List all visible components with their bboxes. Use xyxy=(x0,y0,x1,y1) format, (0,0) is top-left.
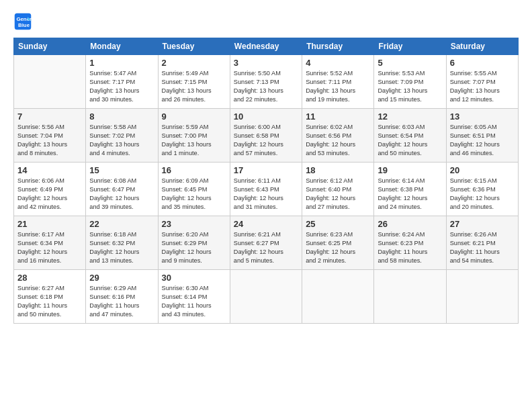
day-number: 8 xyxy=(89,111,154,122)
day-number: 15 xyxy=(89,165,154,175)
calendar-cell: 18Sunrise: 6:12 AMSunset: 6:40 PMDayligh… xyxy=(302,163,374,216)
calendar-day-header: Monday xyxy=(86,38,158,55)
day-info: Sunrise: 6:17 AMSunset: 6:34 PMDaylight:… xyxy=(17,230,82,265)
calendar-day-header: Sunday xyxy=(14,38,86,55)
calendar-cell: 1Sunrise: 5:47 AMSunset: 7:17 PMDaylight… xyxy=(86,55,158,109)
calendar-week-row: 14Sunrise: 6:06 AMSunset: 6:49 PMDayligh… xyxy=(14,163,519,216)
calendar-day-header: Tuesday xyxy=(158,38,230,55)
day-info: Sunrise: 5:52 AMSunset: 7:11 PMDaylight:… xyxy=(306,69,370,104)
calendar-cell: 13Sunrise: 6:05 AMSunset: 6:51 PMDayligh… xyxy=(446,109,518,163)
day-info: Sunrise: 6:11 AMSunset: 6:43 PMDaylight:… xyxy=(234,177,298,212)
day-number: 9 xyxy=(162,111,226,122)
day-info: Sunrise: 5:55 AMSunset: 7:07 PMDaylight:… xyxy=(450,69,515,104)
calendar-cell: 25Sunrise: 6:23 AMSunset: 6:25 PMDayligh… xyxy=(302,216,374,270)
calendar-cell: 6Sunrise: 5:55 AMSunset: 7:07 PMDaylight… xyxy=(446,55,518,109)
calendar-cell: 28Sunrise: 6:27 AMSunset: 6:18 PMDayligh… xyxy=(14,270,86,324)
day-info: Sunrise: 6:29 AMSunset: 6:16 PMDaylight:… xyxy=(89,284,154,319)
calendar-cell: 23Sunrise: 6:20 AMSunset: 6:29 PMDayligh… xyxy=(158,216,230,270)
calendar-cell: 8Sunrise: 5:58 AMSunset: 7:02 PMDaylight… xyxy=(86,109,158,163)
day-number: 7 xyxy=(17,111,82,122)
calendar-cell: 20Sunrise: 6:15 AMSunset: 6:36 PMDayligh… xyxy=(446,163,518,216)
day-info: Sunrise: 5:49 AMSunset: 7:15 PMDaylight:… xyxy=(162,69,226,104)
day-number: 12 xyxy=(378,111,442,122)
calendar-cell: 19Sunrise: 6:14 AMSunset: 6:38 PMDayligh… xyxy=(374,163,446,216)
calendar-day-header: Wednesday xyxy=(230,38,302,55)
calendar-week-row: 7Sunrise: 5:56 AMSunset: 7:04 PMDaylight… xyxy=(14,109,519,163)
calendar-cell: 14Sunrise: 6:06 AMSunset: 6:49 PMDayligh… xyxy=(14,163,86,216)
day-number: 2 xyxy=(162,58,226,68)
day-info: Sunrise: 5:53 AMSunset: 7:09 PMDaylight:… xyxy=(378,69,442,104)
calendar-cell: 17Sunrise: 6:11 AMSunset: 6:43 PMDayligh… xyxy=(230,163,302,216)
day-number: 3 xyxy=(234,58,298,68)
calendar-cell: 10Sunrise: 6:00 AMSunset: 6:58 PMDayligh… xyxy=(230,109,302,163)
day-info: Sunrise: 6:15 AMSunset: 6:36 PMDaylight:… xyxy=(450,177,515,212)
page: General Blue SundayMondayTuesdayWednesda… xyxy=(0,0,532,411)
calendar-cell xyxy=(230,270,302,324)
calendar-week-row: 1Sunrise: 5:47 AMSunset: 7:17 PMDaylight… xyxy=(14,55,519,109)
day-info: Sunrise: 6:05 AMSunset: 6:51 PMDaylight:… xyxy=(450,123,515,158)
day-info: Sunrise: 6:30 AMSunset: 6:14 PMDaylight:… xyxy=(162,284,226,319)
day-number: 28 xyxy=(17,273,82,283)
day-number: 14 xyxy=(17,165,82,175)
day-info: Sunrise: 5:47 AMSunset: 7:17 PMDaylight:… xyxy=(89,69,154,104)
day-number: 29 xyxy=(89,273,154,283)
calendar-cell: 4Sunrise: 5:52 AMSunset: 7:11 PMDaylight… xyxy=(302,55,374,109)
day-number: 30 xyxy=(162,273,226,283)
calendar-header-row: SundayMondayTuesdayWednesdayThursdayFrid… xyxy=(14,38,519,55)
day-info: Sunrise: 6:12 AMSunset: 6:40 PMDaylight:… xyxy=(306,177,370,212)
day-info: Sunrise: 5:56 AMSunset: 7:04 PMDaylight:… xyxy=(17,123,82,158)
day-info: Sunrise: 6:08 AMSunset: 6:47 PMDaylight:… xyxy=(89,177,154,212)
calendar-cell: 2Sunrise: 5:49 AMSunset: 7:15 PMDaylight… xyxy=(158,55,230,109)
calendar-cell: 22Sunrise: 6:18 AMSunset: 6:32 PMDayligh… xyxy=(86,216,158,270)
day-number: 24 xyxy=(234,219,298,229)
day-number: 4 xyxy=(306,58,370,68)
day-info: Sunrise: 6:26 AMSunset: 6:21 PMDaylight:… xyxy=(450,230,515,265)
day-info: Sunrise: 6:20 AMSunset: 6:29 PMDaylight:… xyxy=(162,230,226,265)
day-info: Sunrise: 6:09 AMSunset: 6:45 PMDaylight:… xyxy=(162,177,226,212)
day-info: Sunrise: 6:02 AMSunset: 6:56 PMDaylight:… xyxy=(306,123,370,158)
day-info: Sunrise: 6:27 AMSunset: 6:18 PMDaylight:… xyxy=(17,284,82,319)
calendar-day-header: Thursday xyxy=(302,38,374,55)
day-number: 20 xyxy=(450,165,515,175)
calendar-week-row: 28Sunrise: 6:27 AMSunset: 6:18 PMDayligh… xyxy=(14,270,519,324)
calendar-cell xyxy=(446,270,518,324)
day-info: Sunrise: 6:06 AMSunset: 6:49 PMDaylight:… xyxy=(17,177,82,212)
calendar-week-row: 21Sunrise: 6:17 AMSunset: 6:34 PMDayligh… xyxy=(14,216,519,270)
calendar-cell xyxy=(14,55,86,109)
day-info: Sunrise: 5:58 AMSunset: 7:02 PMDaylight:… xyxy=(89,123,154,158)
calendar-cell: 29Sunrise: 6:29 AMSunset: 6:16 PMDayligh… xyxy=(86,270,158,324)
calendar-cell: 9Sunrise: 5:59 AMSunset: 7:00 PMDaylight… xyxy=(158,109,230,163)
calendar-cell: 7Sunrise: 5:56 AMSunset: 7:04 PMDaylight… xyxy=(14,109,86,163)
header: General Blue xyxy=(13,12,519,31)
calendar-day-header: Friday xyxy=(374,38,446,55)
day-number: 22 xyxy=(89,219,154,229)
day-number: 11 xyxy=(306,111,370,122)
calendar: SundayMondayTuesdayWednesdayThursdayFrid… xyxy=(13,38,519,324)
calendar-cell: 21Sunrise: 6:17 AMSunset: 6:34 PMDayligh… xyxy=(14,216,86,270)
calendar-cell: 3Sunrise: 5:50 AMSunset: 7:13 PMDaylight… xyxy=(230,55,302,109)
day-info: Sunrise: 6:24 AMSunset: 6:23 PMDaylight:… xyxy=(378,230,442,265)
day-info: Sunrise: 6:18 AMSunset: 6:32 PMDaylight:… xyxy=(89,230,154,265)
calendar-cell xyxy=(302,270,374,324)
day-number: 16 xyxy=(162,165,226,175)
calendar-cell: 26Sunrise: 6:24 AMSunset: 6:23 PMDayligh… xyxy=(374,216,446,270)
day-info: Sunrise: 5:50 AMSunset: 7:13 PMDaylight:… xyxy=(234,69,298,104)
calendar-day-header: Saturday xyxy=(446,38,518,55)
day-info: Sunrise: 6:00 AMSunset: 6:58 PMDaylight:… xyxy=(234,123,298,158)
day-number: 25 xyxy=(306,219,370,229)
day-number: 27 xyxy=(450,219,515,229)
logo: General Blue xyxy=(13,12,35,31)
day-info: Sunrise: 6:21 AMSunset: 6:27 PMDaylight:… xyxy=(234,230,298,265)
day-number: 17 xyxy=(234,165,298,175)
calendar-cell: 27Sunrise: 6:26 AMSunset: 6:21 PMDayligh… xyxy=(446,216,518,270)
calendar-cell xyxy=(374,270,446,324)
calendar-cell: 5Sunrise: 5:53 AMSunset: 7:09 PMDaylight… xyxy=(374,55,446,109)
day-number: 1 xyxy=(89,58,154,68)
day-number: 13 xyxy=(450,111,515,122)
day-info: Sunrise: 6:23 AMSunset: 6:25 PMDaylight:… xyxy=(306,230,370,265)
calendar-cell: 11Sunrise: 6:02 AMSunset: 6:56 PMDayligh… xyxy=(302,109,374,163)
calendar-cell: 16Sunrise: 6:09 AMSunset: 6:45 PMDayligh… xyxy=(158,163,230,216)
calendar-cell: 15Sunrise: 6:08 AMSunset: 6:47 PMDayligh… xyxy=(86,163,158,216)
calendar-cell: 12Sunrise: 6:03 AMSunset: 6:54 PMDayligh… xyxy=(374,109,446,163)
day-number: 26 xyxy=(378,219,442,229)
